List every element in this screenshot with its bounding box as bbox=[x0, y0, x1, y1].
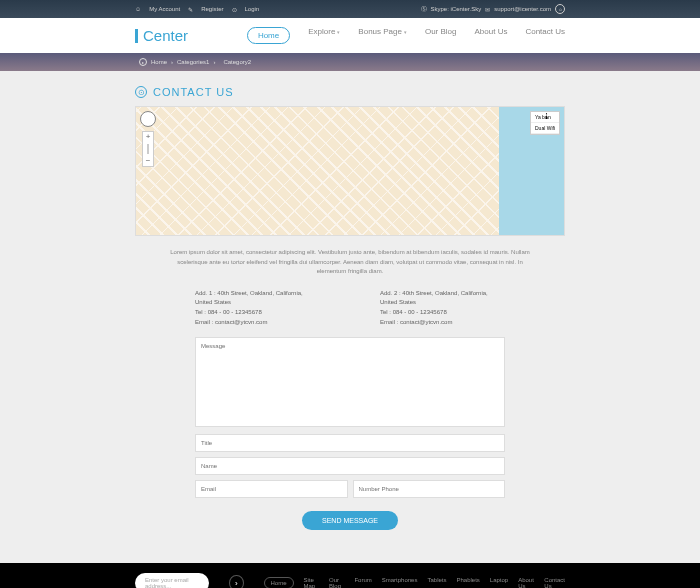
footer-nav-blog[interactable]: Our Blog bbox=[329, 577, 344, 588]
newsletter-input[interactable]: Enter your email address... bbox=[135, 573, 209, 588]
message-input[interactable] bbox=[195, 337, 505, 427]
page-title: CONTACT US bbox=[153, 86, 234, 98]
map[interactable]: + − Ya bản Dual Wifi bbox=[135, 106, 565, 236]
zoom-in-icon[interactable]: + bbox=[143, 132, 153, 142]
myaccount-link[interactable]: My Account bbox=[149, 6, 180, 12]
newsletter-submit[interactable]: › bbox=[229, 575, 244, 588]
logo[interactable]: Center bbox=[135, 27, 188, 44]
map-type-switch[interactable]: Ya bản Dual Wifi bbox=[530, 111, 560, 135]
login-link[interactable]: Login bbox=[245, 6, 260, 12]
footer-nav-laptop[interactable]: Laptop bbox=[490, 577, 508, 588]
nav-about[interactable]: About Us bbox=[475, 27, 508, 44]
footer-nav-tablets[interactable]: Tablets bbox=[427, 577, 446, 588]
footer-nav-forum[interactable]: Forum bbox=[354, 577, 371, 588]
breadcrumb-cat1[interactable]: Categories1 bbox=[177, 59, 209, 65]
description-text: Lorem ipsum dolor sit amet, consectetur … bbox=[135, 236, 565, 289]
breadcrumb-icon: ▸ bbox=[139, 58, 147, 66]
footer-nav-phablets[interactable]: Phablets bbox=[456, 577, 479, 588]
register-link[interactable]: Register bbox=[201, 6, 223, 12]
register-icon: ✎ bbox=[188, 6, 193, 13]
map-zoom-control[interactable]: + − bbox=[142, 131, 154, 167]
chevron-down-icon: ▾ bbox=[337, 29, 340, 35]
phone-input[interactable] bbox=[353, 480, 506, 498]
zoom-out-icon[interactable]: − bbox=[143, 156, 153, 166]
footer-nav-home[interactable]: Home bbox=[264, 577, 294, 588]
footer-nav-sitemap[interactable]: Site Map bbox=[304, 577, 319, 588]
address-block-2: Add. 2 : 40th Street, Oakland, Californi… bbox=[380, 289, 505, 327]
footer-nav-about[interactable]: About Us bbox=[518, 577, 534, 588]
breadcrumb-home[interactable]: Home bbox=[151, 59, 167, 65]
login-icon: ⊙ bbox=[232, 6, 237, 13]
footer-nav-contact[interactable]: Contact Us bbox=[544, 577, 565, 588]
nav-bonus[interactable]: Bonus Page▾ bbox=[358, 27, 407, 44]
support-email: support@icenter.com bbox=[494, 6, 551, 12]
chevron-down-icon: ▾ bbox=[404, 29, 407, 35]
breadcrumb-cat2: Category2 bbox=[223, 59, 251, 65]
search-icon[interactable]: ⌕ bbox=[555, 4, 565, 14]
skype-text: Skype: iCenter.Sky bbox=[431, 6, 482, 12]
nav-blog[interactable]: Our Blog bbox=[425, 27, 457, 44]
send-button[interactable]: SEND MESSAGE bbox=[302, 511, 398, 530]
footer-nav-smartphones[interactable]: Smartphones bbox=[382, 577, 418, 588]
user-icon: ☺ bbox=[135, 6, 141, 12]
location-icon: ⊙ bbox=[135, 86, 147, 98]
skype-icon: Ⓢ bbox=[421, 5, 427, 14]
email-input[interactable] bbox=[195, 480, 348, 498]
title-input[interactable] bbox=[195, 434, 505, 452]
name-input[interactable] bbox=[195, 457, 505, 475]
mail-icon: ✉ bbox=[485, 6, 490, 13]
map-compass-icon[interactable] bbox=[140, 111, 156, 127]
address-block-1: Add. 1 : 40th Street, Oakland, Californi… bbox=[195, 289, 320, 327]
nav-explore[interactable]: Explore▾ bbox=[308, 27, 340, 44]
nav-home[interactable]: Home bbox=[247, 27, 290, 44]
nav-contact[interactable]: Contact Us bbox=[525, 27, 565, 44]
